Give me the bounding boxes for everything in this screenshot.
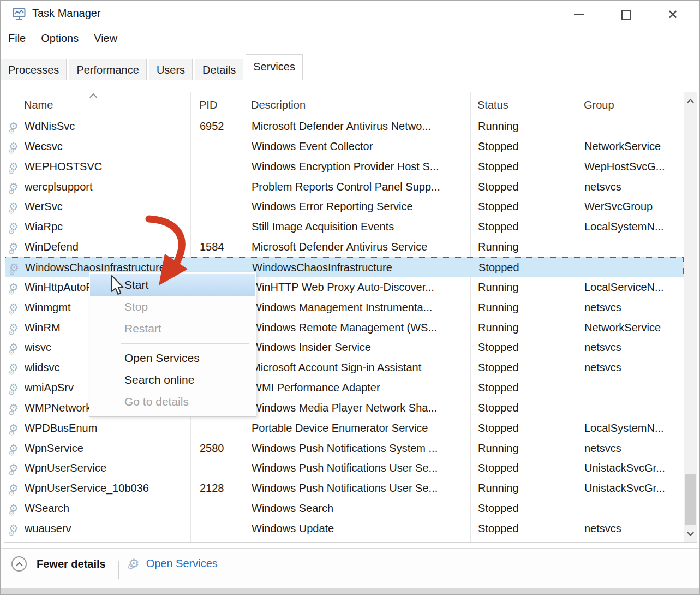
footer-separator — [118, 561, 119, 579]
table-row[interactable]: ⚙⚙WPDBusEnumPortable Device Enumerator S… — [5, 418, 684, 438]
cell-desc: Problem Reports Control Panel Supp... — [252, 177, 469, 197]
cell-status: Stopped — [478, 418, 576, 438]
table-row[interactable]: ⚙⚙WinDefend1584Microsoft Defender Antivi… — [5, 237, 684, 257]
cell-status: Stopped — [478, 177, 576, 197]
tab-users[interactable]: Users — [149, 59, 193, 80]
tab-details[interactable]: Details — [195, 59, 243, 80]
context-menu-item-search-online[interactable]: Search online — [90, 369, 255, 391]
cell-pid — [200, 498, 247, 519]
open-services-link[interactable]: ⚙⚙ Open Services — [128, 556, 218, 571]
chevron-up-icon — [16, 562, 23, 569]
cell-status: Running — [478, 116, 576, 136]
close-button[interactable]: ✕ — [660, 5, 686, 25]
window-bottom-edge — [1, 588, 699, 594]
chevron-down-icon — [687, 529, 694, 536]
column-header-desc[interactable]: Description — [251, 92, 468, 116]
cell-group — [585, 258, 684, 278]
cell-name: WEPHOSTSVC — [25, 157, 188, 177]
context-menu-item-stop[interactable]: Stop — [90, 296, 255, 318]
maximize-icon — [621, 10, 631, 20]
tab-services[interactable]: Services — [246, 54, 303, 80]
open-services-label: Open Services — [146, 557, 218, 570]
cell-desc: Windows Media Player Network Sha... — [252, 398, 469, 418]
tab-strip: ProcessesPerformanceUsersDetailsServices — [1, 54, 699, 80]
service-gear-icon: ⚙⚙ — [9, 337, 23, 358]
menu-options[interactable]: Options — [41, 32, 79, 45]
cell-pid — [200, 519, 247, 539]
table-row[interactable]: ⚙⚙WpnUserServiceWindows Push Notificatio… — [5, 458, 684, 478]
table-row[interactable]: ⚙⚙WerSvcWindows Error Reporting ServiceS… — [5, 197, 684, 217]
menu-bar: FileOptionsView — [1, 32, 699, 52]
context-menu-item-open-services[interactable]: Open Services — [90, 347, 255, 369]
menu-view[interactable]: View — [94, 32, 117, 45]
tab-performance[interactable]: Performance — [69, 59, 147, 80]
table-row[interactable]: ⚙⚙WecsvcWindows Event CollectorStoppedNe… — [5, 136, 684, 157]
cell-group: netsvcs — [584, 297, 684, 318]
collapse-circle-icon — [11, 556, 27, 572]
cell-desc: Windows Insider Service — [252, 337, 469, 358]
scrollbar-thumb[interactable] — [685, 474, 696, 525]
column-header-name[interactable]: Name — [24, 92, 188, 116]
cell-status: Running — [478, 478, 576, 498]
cell-group: netsvcs — [584, 438, 684, 459]
context-menu-item-go-to-details[interactable]: Go to details — [90, 391, 255, 413]
fewer-details-label: Fewer details — [37, 558, 106, 570]
cell-status: Stopped — [478, 337, 576, 358]
table-row[interactable]: ⚙⚙WEPHOSTSVCWindows Encryption Provider … — [5, 157, 684, 177]
fewer-details-button[interactable]: Fewer details — [11, 556, 106, 572]
context-menu-item-restart[interactable]: Restart — [90, 318, 255, 340]
menu-file[interactable]: File — [8, 32, 26, 45]
table-row[interactable]: ⚙⚙WdNisSvc6952Microsoft Defender Antivir… — [5, 116, 684, 136]
cell-name: WpnUserService — [25, 458, 188, 478]
table-row[interactable]: ⚙⚙wercplsupportProblem Reports Control P… — [5, 177, 684, 197]
service-gear-icon: ⚙⚙ — [9, 378, 23, 398]
service-gear-icon: ⚙⚙ — [9, 136, 23, 157]
cell-name: Wecsvc — [25, 136, 188, 157]
table-row[interactable]: ⚙⚙WpnUserService_10b0362128Windows Push … — [5, 478, 684, 498]
context-menu: StartStopRestartOpen ServicesSearch onli… — [89, 272, 256, 416]
tab-processes[interactable]: Processes — [1, 59, 67, 80]
service-gear-icon: ⚙⚙ — [9, 358, 23, 378]
table-row[interactable]: ⚙⚙WiaRpcStill Image Acquisition EventsSt… — [5, 217, 684, 237]
cell-pid — [200, 458, 247, 478]
close-icon: ✕ — [667, 8, 678, 21]
vertical-scrollbar[interactable] — [684, 92, 697, 542]
table-row[interactable]: ⚙⚙WpnService2580Windows Push Notificatio… — [5, 438, 684, 459]
table-row[interactable]: ⚙⚙WSearchWindows SearchStopped — [5, 498, 684, 519]
cell-group: LocalServiceN... — [584, 277, 684, 297]
cell-desc: WinHTTP Web Proxy Auto-Discover... — [252, 277, 469, 297]
service-gear-icon: ⚙⚙ — [9, 157, 23, 177]
column-header-group[interactable]: Group — [584, 92, 683, 116]
cell-status: Running — [478, 438, 576, 459]
cell-desc: WindowsChaosInfrastructure — [252, 258, 469, 278]
cell-status: Stopped — [478, 398, 576, 418]
service-gear-icon: ⚙⚙ — [9, 177, 23, 197]
cell-group: WepHostSvcG... — [584, 157, 684, 177]
services-gear-icon: ⚙⚙ — [128, 556, 140, 571]
cell-pid: 2580 — [200, 438, 247, 459]
column-header-status[interactable]: Status — [477, 92, 576, 116]
maximize-button[interactable] — [613, 5, 639, 25]
cell-desc: WMI Performance Adapter — [252, 378, 469, 398]
table-row[interactable]: ⚙⚙wuauservWindows UpdateStoppednetsvcs — [5, 519, 684, 539]
cell-name: WSearch — [25, 498, 188, 519]
scroll-down-button[interactable] — [684, 526, 697, 542]
minimize-button[interactable] — [566, 5, 592, 25]
cell-desc: Still Image Acquisition Events — [252, 217, 469, 237]
column-header-pid[interactable]: PID — [199, 92, 246, 116]
cell-status: Stopped — [478, 458, 576, 478]
service-gear-icon: ⚙⚙ — [9, 458, 23, 478]
service-gear-icon: ⚙⚙ — [9, 297, 23, 318]
cell-desc: Portable Device Enumerator Service — [252, 418, 469, 438]
cell-status: Stopped — [478, 519, 576, 539]
context-menu-item-start[interactable]: Start — [90, 274, 255, 296]
cell-name: WiaRpc — [25, 217, 188, 237]
scroll-up-button[interactable] — [684, 92, 697, 109]
cell-name: WerSvc — [25, 197, 188, 217]
cell-name: wercplsupport — [25, 177, 188, 197]
cell-pid — [200, 197, 247, 217]
service-gear-icon: ⚙⚙ — [9, 197, 23, 217]
cell-desc: Windows Push Notifications System ... — [252, 438, 469, 459]
cell-desc: Windows Update — [252, 519, 469, 539]
cell-status: Running — [478, 237, 576, 257]
